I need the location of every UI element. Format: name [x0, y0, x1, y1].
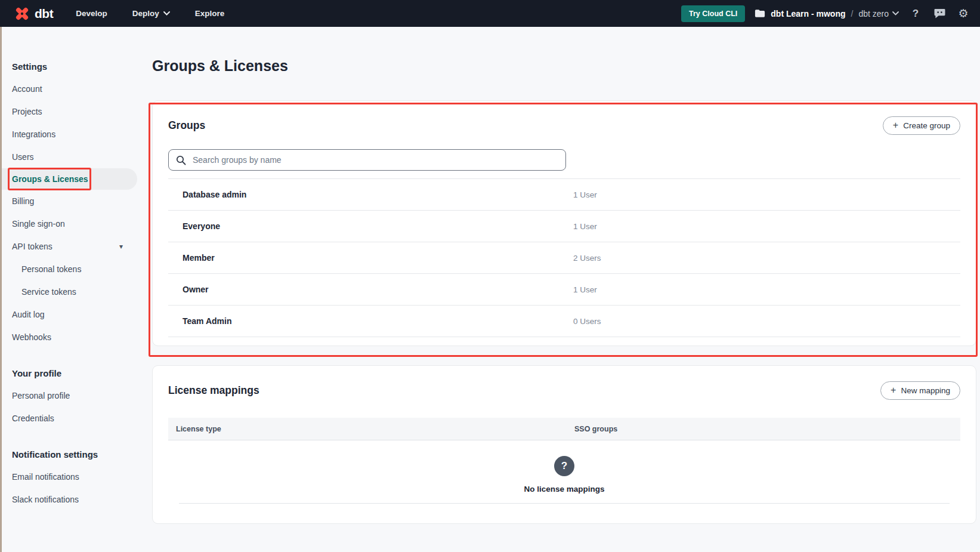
question-mark-icon: ? [554, 456, 574, 476]
window-edge-artifact [0, 27, 2, 552]
search-icon [176, 155, 186, 165]
license-mappings-card: License mappings + New mapping License t… [152, 365, 976, 524]
sidebar-item-users[interactable]: Users [0, 146, 137, 168]
sidebar-item-webhooks[interactable]: Webhooks [0, 326, 137, 349]
sidebar-heading-settings: Settings [0, 55, 137, 78]
account-breadcrumb: dbt Learn - mwong / dbt zero [755, 9, 899, 18]
sidebar-item-api-tokens[interactable]: API tokens ▾ [0, 235, 137, 258]
column-license-type: License type [176, 425, 574, 433]
menu-develop[interactable]: Develop [71, 5, 112, 21]
user-count: 1 User [573, 222, 597, 231]
group-row-database-admin[interactable]: Database admin 1 User [168, 179, 960, 211]
page-body: Settings Account Projects Integrations U… [0, 27, 980, 552]
menu-explore[interactable]: Explore [190, 5, 230, 21]
sidebar-item-single-sign-on[interactable]: Single sign-on [0, 212, 137, 235]
group-row-everyone[interactable]: Everyone 1 User [168, 211, 960, 242]
navbar-right: Try Cloud CLI dbt Learn - mwong / dbt ze… [681, 5, 970, 22]
sidebar-item-integrations[interactable]: Integrations [0, 123, 137, 146]
caret-down-icon: ▾ [119, 242, 123, 251]
sidebar-item-service-tokens[interactable]: Service tokens [0, 280, 137, 303]
environment-picker[interactable]: dbt zero [858, 9, 899, 18]
groups-heading: Groups [168, 119, 205, 132]
plus-icon: + [893, 120, 898, 131]
top-navbar: dbt Develop Deploy Explore Try Cloud CLI [0, 0, 980, 27]
help-icon[interactable]: ? [908, 7, 923, 21]
group-search-box [168, 149, 566, 171]
sidebar-item-credentials[interactable]: Credentials [0, 407, 137, 430]
chevron-down-icon [892, 11, 899, 16]
sidebar-item-groups-licenses[interactable]: Groups & Licenses [0, 168, 137, 190]
sidebar-item-projects[interactable]: Projects [0, 100, 137, 123]
license-table-header: License type SSO groups [168, 418, 960, 440]
user-count: 1 User [573, 190, 597, 199]
account-name[interactable]: dbt Learn - mwong [771, 9, 845, 18]
new-mapping-button[interactable]: + New mapping [880, 381, 960, 400]
dbt-logo[interactable]: dbt [14, 6, 53, 21]
chevron-down-icon [163, 11, 170, 16]
menu-deploy[interactable]: Deploy [128, 5, 175, 21]
group-row-team-admin[interactable]: Team Admin 0 Users [168, 306, 960, 337]
empty-state-text: No license mappings [524, 485, 604, 494]
sidebar-heading-your-profile: Your profile [0, 362, 137, 384]
sidebar-item-audit-log[interactable]: Audit log [0, 303, 137, 326]
divider [179, 503, 950, 504]
license-empty-state: ? No license mappings [168, 440, 960, 494]
try-cloud-cli-button[interactable]: Try Cloud CLI [681, 5, 745, 22]
groups-card: Groups + Create group [152, 100, 976, 346]
page-title: Groups & Licenses [152, 55, 980, 76]
main-menu: Develop Deploy Explore [71, 5, 229, 21]
main-content: Groups & Licenses Groups + Create group [137, 27, 980, 552]
group-row-member[interactable]: Member 2 Users [168, 242, 960, 274]
sidebar-heading-notification-settings: Notification settings [0, 443, 137, 465]
sidebar-item-email-notifications[interactable]: Email notifications [0, 465, 137, 488]
feedback-chat-icon[interactable] [932, 7, 947, 21]
folder-icon [755, 9, 765, 18]
group-row-owner[interactable]: Owner 1 User [168, 274, 960, 306]
breadcrumb-separator: / [851, 9, 854, 18]
user-count: 2 Users [573, 254, 601, 263]
sidebar-item-personal-profile[interactable]: Personal profile [0, 384, 137, 407]
user-count: 1 User [573, 285, 597, 294]
sidebar-item-slack-notifications[interactable]: Slack notifications [0, 488, 137, 511]
sidebar-item-billing[interactable]: Billing [0, 190, 137, 212]
plus-icon: + [891, 385, 896, 396]
dbt-logo-icon [14, 6, 30, 21]
user-count: 0 Users [573, 317, 601, 326]
create-group-button[interactable]: + Create group [883, 116, 960, 135]
settings-sidebar: Settings Account Projects Integrations U… [0, 27, 137, 552]
license-mappings-heading: License mappings [168, 384, 259, 397]
group-list: Database admin 1 User Everyone 1 User Me… [168, 178, 960, 337]
sidebar-item-personal-tokens[interactable]: Personal tokens [0, 258, 137, 280]
brand-name: dbt [35, 7, 53, 21]
sidebar-item-account[interactable]: Account [0, 78, 137, 100]
dbt-cloud-app: dbt Develop Deploy Explore Try Cloud CLI [0, 0, 980, 552]
group-search-input[interactable] [191, 155, 558, 165]
column-sso-groups: SSO groups [574, 425, 617, 433]
settings-gear-icon[interactable]: ⚙ [956, 7, 970, 21]
